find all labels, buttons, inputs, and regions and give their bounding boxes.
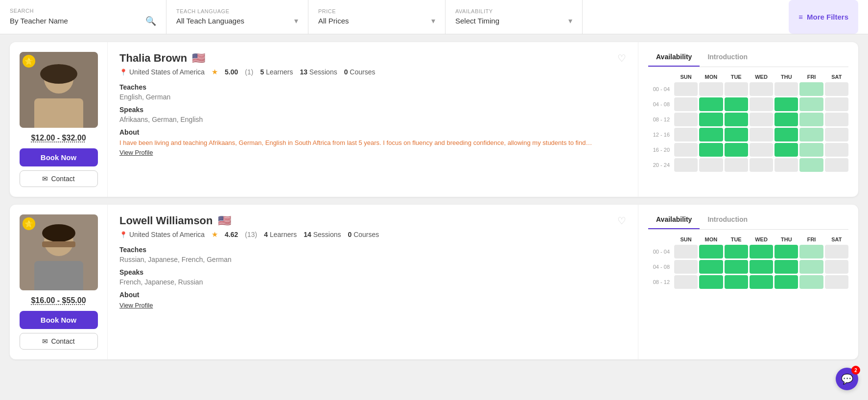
availability-tab[interactable]: Availability <box>648 50 700 67</box>
avail-day-header: SAT <box>825 235 848 243</box>
avail-day-header: SUN <box>674 235 698 243</box>
more-filters-label: More Filters <box>807 13 848 21</box>
speaks-value: French, Japanese, Russian <box>119 278 626 286</box>
filter-bar: SEARCH By Teacher Name 🔍 TEACH LANGUAGE … <box>0 0 868 34</box>
avail-cell-12- 160 <box>674 128 698 141</box>
price-filter[interactable]: PRICE All Prices ▾ <box>308 0 446 34</box>
avail-cell-20- 243 <box>750 158 773 172</box>
avail-time-label: 08 - 12 <box>648 113 673 126</box>
avail-cell-04- 086 <box>825 260 848 274</box>
card-middle-lowell-williamson: Lowell Williamson 🇺🇸 ♡ 📍 United States o… <box>108 205 638 359</box>
teach-language-filter[interactable]: TEACH LANGUAGE All Teach Languages ▾ <box>166 0 308 34</box>
avail-day-header: TUE <box>725 235 748 243</box>
rating-count: (1) <box>245 68 253 76</box>
speaks-value: Afrikaans, German, English <box>119 116 626 123</box>
teacher-name-row: Lowell Williamson 🇺🇸 ♡ <box>119 214 626 227</box>
tabs-row: Availability Introduction <box>648 212 848 230</box>
teach-language-chevron-icon: ▾ <box>294 16 298 25</box>
avail-day-header: TUE <box>725 73 748 81</box>
about-label: About <box>119 291 626 299</box>
book-now-button-thalia-brown[interactable]: Book Now <box>20 148 98 166</box>
avail-cell-16- 204 <box>774 143 798 157</box>
availability-tab[interactable]: Availability <box>648 212 700 229</box>
more-filters-button[interactable]: ≡ More Filters <box>789 0 858 34</box>
learners-stat: 5 Learners <box>260 68 293 76</box>
avail-cell-08- 120 <box>674 113 698 126</box>
teacher-flag: 🇺🇸 <box>218 214 231 227</box>
avail-cell-04- 082 <box>725 97 748 111</box>
meta-row-thalia-brown: 📍 United States of America ★ 5.00 (1) 5 … <box>119 68 626 76</box>
courses-stat: 0 Courses <box>348 231 379 238</box>
teacher-name: Thalia Brown <box>119 52 187 65</box>
svg-rect-8 <box>42 241 75 247</box>
avail-day-header: THU <box>774 73 798 81</box>
avail-cell-00- 042 <box>725 82 748 96</box>
teacher-location: 📍 United States of America <box>119 68 205 76</box>
favorite-button-thalia-brown[interactable]: ♡ <box>617 52 626 64</box>
rating-count: (13) <box>245 231 257 238</box>
country-name: United States of America <box>129 68 205 76</box>
svg-point-7 <box>42 224 75 242</box>
avail-cell-08- 123 <box>750 113 773 126</box>
avail-cell-00- 045 <box>799 245 823 259</box>
price-chevron-icon: ▾ <box>431 16 435 25</box>
view-profile-link[interactable]: View Profile <box>119 302 153 309</box>
teaches-value: English, German <box>119 93 626 101</box>
avail-cell-04- 080 <box>674 260 698 274</box>
avail-day-header: MON <box>699 235 723 243</box>
avail-cell-04- 084 <box>774 260 798 274</box>
avail-cell-08- 120 <box>674 275 698 289</box>
availability-value: Select Timing <box>455 17 499 25</box>
avail-cell-12- 165 <box>799 128 823 141</box>
avail-day-header: WED <box>750 235 773 243</box>
search-label: SEARCH <box>10 8 156 14</box>
teaches-label: Teaches <box>119 246 626 254</box>
avail-cell-12- 164 <box>774 128 798 141</box>
book-now-button-lowell-williamson[interactable]: Book Now <box>20 311 98 329</box>
avail-time-label: 00 - 04 <box>648 82 673 96</box>
avail-time-label: 16 - 20 <box>648 143 673 157</box>
rating-value: 5.00 <box>225 68 238 76</box>
sessions-stat: 14 Sessions <box>304 231 341 238</box>
introduction-tab[interactable]: Introduction <box>700 50 755 67</box>
avail-cell-16- 206 <box>825 143 848 157</box>
star-icon: ★ <box>211 68 218 76</box>
avail-cell-12- 163 <box>750 128 773 141</box>
star-icon: ★ <box>211 230 218 239</box>
avail-cell-08- 125 <box>799 275 823 289</box>
avail-time-label: 04 - 08 <box>648 260 673 274</box>
avail-cell-00- 046 <box>825 82 848 96</box>
about-label: About <box>119 128 626 136</box>
avail-cell-08- 124 <box>774 113 798 126</box>
introduction-tab[interactable]: Introduction <box>700 212 755 229</box>
location-pin-icon: 📍 <box>119 69 127 76</box>
contact-button-lowell-williamson[interactable]: ✉ Contact <box>20 333 98 350</box>
tabs-row: Availability Introduction <box>648 50 848 67</box>
filter-lines-icon: ≡ <box>798 13 803 21</box>
avatar-lowell-williamson: ⭐ <box>20 214 98 290</box>
rating-value: 4.62 <box>225 231 238 238</box>
teacher-card-thalia-brown: ⭐ $12.00 - $32.00 Book Now ✉ Contact Tha… <box>10 42 858 197</box>
avail-cell-00- 043 <box>750 82 773 96</box>
avail-cell-08- 123 <box>750 275 773 289</box>
avail-cell-04- 083 <box>750 97 773 111</box>
avail-time-label: 04 - 08 <box>648 97 673 111</box>
favorite-button-lowell-williamson[interactable]: ♡ <box>617 215 626 227</box>
search-icon[interactable]: 🔍 <box>145 16 156 26</box>
availability-filter[interactable]: AVAILABILITY Select Timing ▾ <box>446 0 583 34</box>
search-filter[interactable]: SEARCH By Teacher Name 🔍 <box>0 0 166 34</box>
avail-cell-08- 121 <box>699 275 723 289</box>
avail-day-header: FRI <box>799 235 823 243</box>
avail-cell-04- 084 <box>774 97 798 111</box>
avail-cell-04- 085 <box>799 97 823 111</box>
teacher-name: Lowell Williamson <box>119 214 213 227</box>
avail-cell-12- 162 <box>725 128 748 141</box>
svg-rect-6 <box>34 261 83 290</box>
avatar-thalia-brown: ⭐ <box>20 52 98 128</box>
contact-button-thalia-brown[interactable]: ✉ Contact <box>20 170 98 187</box>
avail-cell-08- 122 <box>725 113 748 126</box>
card-left-lowell-williamson: ⭐ $16.00 - $55.00 Book Now ✉ Contact <box>10 205 108 359</box>
view-profile-link[interactable]: View Profile <box>119 149 153 156</box>
avail-cell-08- 126 <box>825 113 848 126</box>
avail-cell-20- 244 <box>774 158 798 172</box>
